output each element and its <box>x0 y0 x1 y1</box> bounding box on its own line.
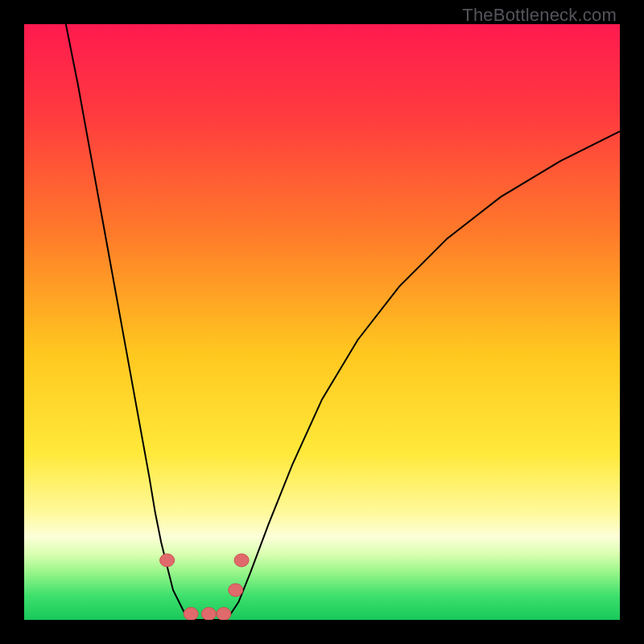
plot-frame <box>24 24 620 620</box>
curve-marker <box>160 554 175 567</box>
curve-marker <box>229 584 243 597</box>
curve-marker <box>184 608 198 620</box>
curve-marker <box>217 608 231 620</box>
curve-marker <box>201 608 216 620</box>
curve-marker <box>234 554 249 567</box>
curve-markers <box>160 554 250 620</box>
curve-layer <box>24 24 620 620</box>
bottleneck-curve <box>66 24 620 620</box>
watermark-text: TheBottleneck.com <box>462 5 617 26</box>
